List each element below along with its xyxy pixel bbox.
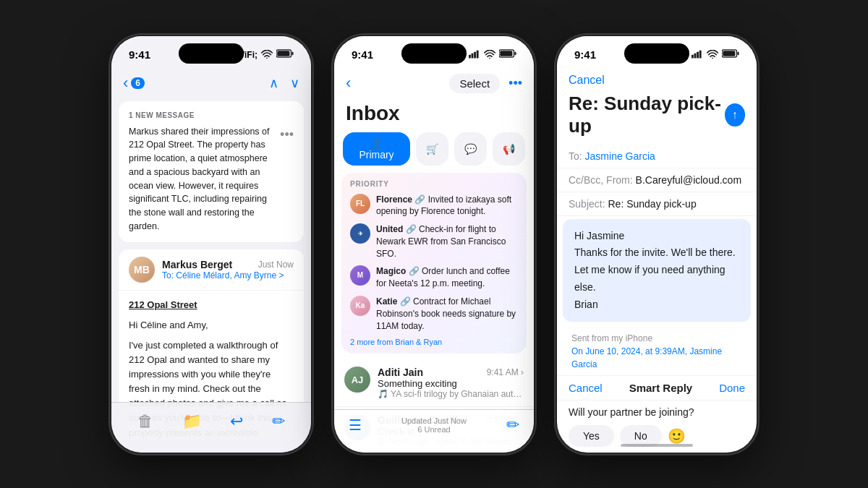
tab-promotions[interactable]: 📢	[493, 132, 525, 166]
quote-line: On June 10, 2024, at 9:39AM, Jasmine Gar…	[571, 345, 742, 371]
question-2: Will you be driving or taking an Uber?	[557, 451, 757, 452]
inbox-title: Inbox	[334, 99, 534, 132]
more-button-2[interactable]: •••	[509, 76, 522, 91]
sender-to[interactable]: To: Céline Mélard, Amy Byrne >	[162, 270, 294, 281]
inbox-item-aditi[interactable]: AJ Aditi Jain 9:41 AM › Something exciti…	[334, 359, 534, 407]
subject-label: Subject:	[569, 198, 605, 210]
chevron-up-icon[interactable]: ∧	[269, 75, 278, 91]
body-line2: Let me know if you need anything else.	[574, 262, 739, 296]
svg-rect-5	[472, 53, 474, 58]
question-1: Will your partner be joining?	[557, 401, 757, 422]
smart-cancel[interactable]: Cancel	[569, 382, 603, 394]
back-button-2[interactable]: ‹	[346, 74, 351, 93]
svg-rect-3	[292, 52, 293, 55]
svg-rect-10	[500, 51, 512, 56]
filter-icon[interactable]: ☰	[349, 416, 362, 434]
filter-tabs: 👤 Primary 🛒 💬 📢	[334, 132, 534, 173]
tab-primary[interactable]: 👤 Primary	[343, 132, 410, 166]
update-line1: Updated Just Now	[401, 416, 467, 425]
more-icon-1[interactable]: •••	[280, 125, 294, 234]
compose-icon[interactable]: ✏	[272, 412, 285, 431]
chevron-down-icon[interactable]: ∨	[290, 75, 299, 91]
bottom-bar-2: ☰ Updated Just Now 6 Unread ✏	[334, 409, 534, 453]
smiley-icon-1[interactable]: 🙂	[668, 427, 686, 445]
priority-text-florence: Florence 🔗 Invited to izakaya soft openi…	[376, 194, 518, 218]
nav-badge-1: 6	[131, 77, 145, 89]
svg-rect-2	[277, 51, 289, 56]
time-2: 9:41	[352, 48, 373, 61]
avatar-magico: M	[350, 265, 370, 286]
nav-bar-2: ‹ Select •••	[334, 68, 534, 99]
dynamic-island-2	[401, 43, 467, 64]
battery-icon-2	[499, 49, 516, 60]
priority-item-katie[interactable]: Ka Katie 🔗 Contract for Michael Robinson…	[350, 296, 518, 332]
quote-block: Sent from my iPhone On June 10, 2024, at…	[563, 328, 751, 375]
svg-rect-13	[694, 53, 697, 58]
more-from-link[interactable]: 2 more from Brian & Ryan	[350, 338, 518, 346]
body-area[interactable]: Hi Jasmine Thanks for the invite. We'll …	[563, 219, 751, 322]
inbox-preview-aditi: 🎵 YA sci-fi trilogy by Ghanaian author, …	[378, 389, 524, 399]
phone-3: 9:41 Cancel	[556, 35, 758, 454]
cc-value: B.Careyful@icloud.com	[636, 174, 742, 186]
avatar-florence: FL	[350, 194, 370, 214]
home-indicator-3	[621, 444, 693, 447]
nav-bar-3: Cancel	[557, 68, 757, 90]
sender-name: Markus Berget	[162, 259, 232, 270]
field-to: To: Jasmine Garcia	[557, 145, 757, 168]
priority-item-united[interactable]: ✈ United 🔗 Check-in for flight to Newark…	[350, 223, 518, 260]
field-cc: Cc/Bcc, From: B.Careyful@icloud.com	[557, 168, 757, 192]
send-button[interactable]: ↑	[725, 103, 745, 127]
dynamic-island-1	[179, 43, 244, 64]
svg-rect-11	[514, 52, 516, 55]
avatar-aditi: AJ	[344, 367, 370, 393]
sent-line: Sent from my iPhone	[571, 332, 742, 345]
body-line1: Thanks for the invite. We'll be there.	[574, 244, 739, 262]
tab-shopping[interactable]: 🛒	[416, 132, 448, 166]
dynamic-island-3	[624, 43, 689, 64]
svg-rect-6	[474, 51, 476, 58]
done-button[interactable]: Done	[719, 382, 745, 394]
new-message-label: 1 NEW MESSAGE	[129, 110, 294, 121]
chevron-left-icon-1[interactable]: ‹	[123, 74, 128, 93]
tab-messages[interactable]: 💬	[454, 132, 487, 166]
svg-rect-18	[723, 51, 735, 56]
nav-right-1: ∧ ∨	[269, 75, 299, 91]
wifi-icon-3	[707, 50, 718, 60]
select-button[interactable]: Select	[449, 74, 500, 93]
svg-point-16	[712, 57, 713, 58]
trash-icon[interactable]: 🗑	[137, 412, 153, 431]
priority-text-united: United 🔗 Check-in for flight to Newark E…	[376, 223, 518, 260]
priority-item-florence[interactable]: FL Florence 🔗 Invited to izakaya soft op…	[350, 194, 518, 218]
body-hi: Hi Jasmine	[574, 228, 739, 245]
svg-point-8	[489, 57, 490, 58]
subject-value: Re: Sunday pick-up	[608, 198, 696, 210]
update-text: Updated Just Now 6 Unread	[401, 416, 467, 434]
answer-yes[interactable]: Yes	[569, 425, 614, 447]
time-3: 9:41	[574, 48, 596, 61]
status-icons-3	[692, 49, 739, 60]
body-greeting: Hi Céline and Amy,	[129, 318, 294, 333]
svg-rect-15	[699, 50, 702, 58]
person-icon: 👤	[370, 137, 383, 149]
inbox-content-aditi: Aditi Jain 9:41 AM › Something exciting …	[378, 367, 524, 399]
folder-icon[interactable]: 📁	[182, 412, 202, 431]
cancel-button-3[interactable]: Cancel	[569, 74, 605, 87]
phone-2: 9:41 ‹ Select	[333, 35, 535, 454]
svg-rect-7	[477, 50, 479, 58]
body-name: Brian	[574, 296, 739, 314]
sender-avatar: MB	[129, 257, 155, 283]
tab-bar-1: 🗑 📁 ↩ ✏	[111, 402, 311, 453]
answer-row-1: Yes No 🙂	[557, 422, 757, 451]
back-nav-1[interactable]: ‹ 6	[123, 74, 145, 93]
message-preview-card: 1 NEW MESSAGE Markus shared their impres…	[119, 101, 304, 242]
svg-rect-12	[692, 54, 694, 58]
signal-icon-2	[469, 50, 480, 60]
battery-icon-1	[276, 49, 294, 60]
cc-label: Cc/Bcc, From:	[569, 174, 633, 186]
reply-icon[interactable]: ↩	[230, 412, 243, 431]
address-link[interactable]: 212 Opal Street	[129, 298, 294, 312]
inbox-name-aditi: Aditi Jain	[378, 367, 423, 378]
compose-button-2[interactable]: ✏	[506, 416, 519, 435]
priority-item-magico[interactable]: M Magico 🔗 Order lunch and coffee for Ne…	[350, 265, 518, 290]
to-value[interactable]: Jasmine Garcia	[585, 150, 655, 162]
